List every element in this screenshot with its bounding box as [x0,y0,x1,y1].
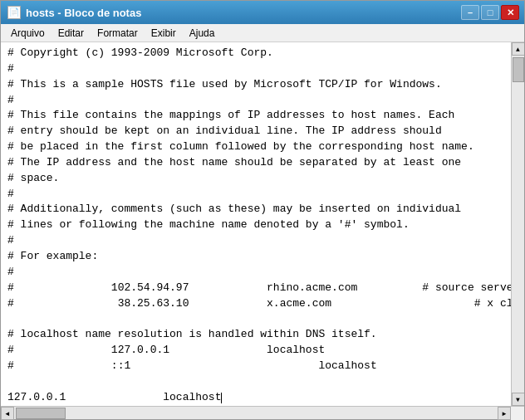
text-line: # 127.0.0.1 localhost [7,343,504,359]
text-line: # [7,61,504,77]
title-bar-left: 📄 hosts - Bloco de notas [7,6,141,19]
text-line: # entry should be kept on an individual … [7,124,504,139]
text-line: # [7,265,504,281]
text-content: # Copyright (c) 1993-2009 Microsoft Corp… [1,42,511,406]
menu-bar: ArquivoEditarFormatarExibirAjuda [1,24,524,42]
scroll-left-arrow[interactable]: ◄ [1,407,14,420]
text-line: # This file contains the mappings of IP … [7,108,504,124]
text-line: 127.0.0.1 localhost [7,390,504,406]
text-line [7,311,504,327]
notepad-window: 📄 hosts - Bloco de notas – □ ✕ ArquivoEd… [0,0,525,420]
text-line: # The IP address and the host name shoul… [7,155,504,171]
scroll-up-arrow[interactable]: ▲ [512,42,525,56]
text-line: # lines or following the machine name de… [7,217,504,233]
text-line: # Additionally, comments (such as these)… [7,202,504,217]
text-area[interactable]: # Copyright (c) 1993-2009 Microsoft Corp… [1,42,511,406]
close-button[interactable]: ✕ [501,5,519,20]
text-line: # This is a sample HOSTS file used by Mi… [7,77,504,93]
horizontal-scrollbar[interactable]: ◄ ► [1,406,524,419]
text-line: # For example: [7,249,504,265]
text-cursor [221,393,222,403]
vertical-scrollbar[interactable]: ▲ ▼ [511,42,524,406]
text-line: # 38.25.63.10 x.acme.com # x client host [7,296,504,312]
menu-item-exibir[interactable]: Exibir [145,26,183,41]
text-line: # space. [7,171,504,187]
text-line: # ::1 localhost [7,359,504,374]
scrollbar-corner [511,407,524,420]
scroll-thumb-v[interactable] [513,57,524,82]
text-line [7,374,504,390]
maximize-button[interactable]: □ [481,5,499,20]
text-line: # Copyright (c) 1993-2009 Microsoft Corp… [7,46,504,61]
scroll-track-v[interactable] [512,56,524,393]
text-line: # [7,187,504,203]
menu-item-ajuda[interactable]: Ajuda [183,26,222,41]
text-line: # be placed in the first column followed… [7,139,504,155]
minimize-button[interactable]: – [461,5,479,20]
menu-item-arquivo[interactable]: Arquivo [4,26,52,41]
scroll-right-arrow[interactable]: ► [498,407,511,420]
text-line: # [7,233,504,249]
text-line: # 102.54.94.97 rhino.acme.com # source s… [7,281,504,296]
scroll-track-h[interactable] [14,407,498,419]
editor-container: # Copyright (c) 1993-2009 Microsoft Corp… [1,42,524,406]
window-title: hosts - Bloco de notas [26,7,141,19]
title-bar-buttons: – □ ✕ [461,5,519,20]
text-line: # [7,93,504,109]
app-icon: 📄 [7,6,21,19]
menu-item-editar[interactable]: Editar [52,26,91,41]
menu-item-formatar[interactable]: Formatar [91,26,145,41]
bottom-area: ◄ ► [1,406,524,419]
title-bar: 📄 hosts - Bloco de notas – □ ✕ [1,1,524,24]
scroll-down-arrow[interactable]: ▼ [512,393,525,406]
text-line: # localhost name resolution is handled w… [7,327,504,343]
scroll-thumb-h[interactable] [16,408,66,419]
